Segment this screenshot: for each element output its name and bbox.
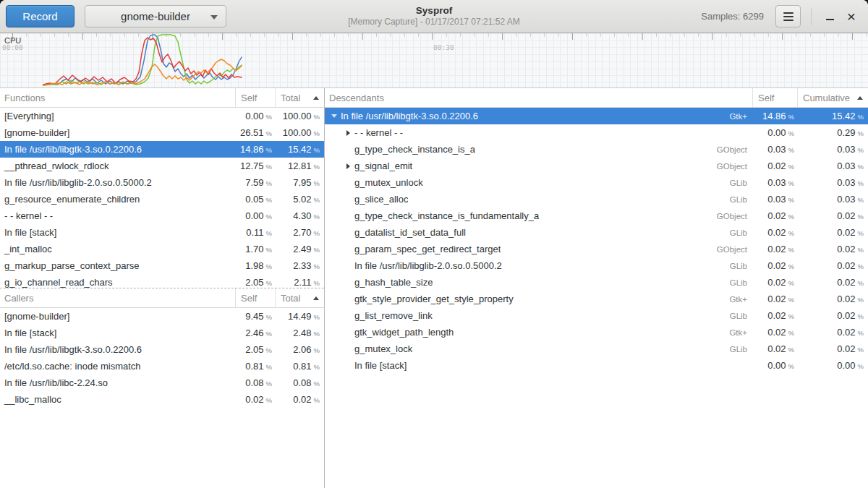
percent-value: 0.03% [752,194,797,205]
percent-value: 0.81% [235,361,275,372]
percent-sign: % [858,146,864,154]
function-name: g_type_check_instance_is_fundamentally_a [354,210,539,221]
percent-sign: % [266,313,272,321]
tree-row[interactable]: g_datalist_id_set_data_fullGLib0.02%0.02… [325,224,868,241]
function-name: g_datalist_id_set_data_full [354,227,466,238]
close-button[interactable]: × [841,6,862,27]
percent-value: 26.51% [235,127,275,138]
tree-row[interactable]: g_list_remove_linkGLib0.02%0.02% [325,307,868,324]
function-name: In file [stack] [354,360,407,371]
tree-row[interactable]: gtk_style_provider_get_style_propertyGtk… [325,291,868,307]
percent-sign: % [266,246,272,254]
function-name: g_type_check_instance_is_a [354,144,475,155]
tree-row[interactable]: g_hash_table_sizeGLib0.02%0.02% [325,274,868,291]
percent-value: 0.29% [797,127,868,138]
library-category: GLib [707,278,752,287]
function-name: In file [stack] [0,227,235,238]
table-row[interactable]: __pthread_rwlock_rdlock12.75%12.81% [0,158,324,174]
table-row[interactable]: g_markup_parse_context_parse1.98%2.33% [0,257,324,274]
percent-sign: % [314,363,320,371]
tree-row[interactable]: g_slice_allocGLib0.03%0.03% [325,191,868,207]
function-name: - - kernel - - [354,127,403,138]
sort-ascending-icon [313,296,319,300]
table-row[interactable]: g_io_channel_read_chars2.05%2.11% [0,274,324,288]
percent-sign: % [858,163,864,171]
self-column-header[interactable]: Self [752,88,797,107]
percent-sign: % [266,330,272,338]
table-row[interactable]: In file /usr/lib/libglib-2.0.so.0.5000.2… [0,174,324,191]
percent-value: 7.95% [275,177,324,188]
tree-row[interactable]: In file /usr/lib/libgtk-3.so.0.2200.6Gtk… [325,108,868,124]
target-process-dropdown[interactable]: gnome-builder [85,5,226,27]
expander-open-icon[interactable] [331,114,338,118]
total-column-header[interactable]: Total [275,288,324,307]
percent-value: 5.02% [275,194,324,205]
percent-value: 15.42% [797,111,868,121]
table-row[interactable]: _int_malloc1.70%2.49% [0,241,324,257]
table-row[interactable]: In file /usr/lib/libgtk-3.so.0.2200.62.0… [0,341,324,358]
table-row[interactable]: In file /usr/lib/libgtk-3.so.0.2200.614.… [0,141,324,158]
percent-value: 14.86% [235,144,275,155]
percent-value: 4.30% [275,210,324,221]
callers-column-header[interactable]: Callers [0,293,235,304]
table-row[interactable]: [Everything]0.00%100.00% [0,108,324,124]
record-button[interactable]: Record [6,5,75,27]
tree-row[interactable]: g_type_check_instance_is_aGObject0.03%0.… [325,141,868,158]
table-row[interactable]: [gnome-builder]26.51%100.00% [0,124,324,141]
table-row[interactable]: In file [stack]0.11%2.70% [0,224,324,241]
percent-sign: % [266,129,272,137]
function-name: __pthread_rwlock_rdlock [0,160,235,171]
function-name: _int_malloc [0,244,235,254]
cumulative-column-header[interactable]: Cumulative [797,88,868,107]
percent-value: 14.86% [752,111,797,121]
descendants-table-header: Descendants Self Cumulative [325,88,868,108]
tree-row[interactable]: In file /usr/lib/libglib-2.0.so.0.5000.2… [325,257,868,274]
table-row[interactable]: - - kernel - -0.00%4.30% [0,207,324,224]
library-category: GObject [707,245,752,254]
tree-row[interactable]: In file [stack]0.00%0.00% [325,357,868,374]
self-column-header[interactable]: Self [235,288,275,307]
tree-row[interactable]: g_type_check_instance_is_fundamentally_a… [325,207,868,224]
function-name: g_slice_alloc [354,194,408,205]
menu-button[interactable] [775,5,801,27]
percent-value: 2.70% [275,227,324,238]
percent-sign: % [788,346,794,354]
minimize-button[interactable] [819,6,841,27]
table-row[interactable]: In file [stack]2.46%2.48% [0,325,324,341]
tree-row[interactable]: g_mutex_unlockGLib0.03%0.03% [325,174,868,191]
table-row[interactable]: [gnome-builder]9.45%14.49% [0,308,324,325]
percent-value: 0.03% [797,177,868,188]
functions-rows: [Everything]0.00%100.00%[gnome-builder]2… [0,108,324,288]
percent-sign: % [314,146,320,154]
percent-sign: % [788,113,794,121]
function-name: gtk_style_provider_get_style_property [354,294,514,304]
table-row[interactable]: g_resource_enumerate_children0.05%5.02% [0,191,324,207]
descendants-column-header[interactable]: Descendants [325,93,752,103]
table-row[interactable]: In file /usr/lib/libc-2.24.so0.08%0.08% [0,374,324,391]
percent-sign: % [314,213,320,221]
functions-column-header[interactable]: Functions [0,93,235,103]
percent-sign: % [314,262,320,270]
percent-sign: % [266,396,272,404]
tree-row[interactable]: g_mutex_lockGLib0.02%0.02% [325,341,868,357]
table-row[interactable]: /etc/ld.so.cache: inode mismatch0.81%0.8… [0,358,324,374]
cpu-timeline-graph[interactable]: CPU 00:0000:30 [0,33,868,87]
percent-sign: % [788,329,794,337]
expander-closed-icon[interactable] [344,130,352,136]
percent-sign: % [858,213,864,221]
total-column-header[interactable]: Total [275,88,324,107]
percent-sign: % [788,362,794,370]
samples-count: Samples: 6299 [701,11,764,22]
percent-sign: % [266,279,272,287]
hamburger-icon [783,12,793,14]
expander-closed-icon[interactable] [344,163,352,169]
percent-value: 0.02% [752,260,797,271]
tree-row[interactable]: g_signal_emitGObject0.02%0.03% [325,158,868,174]
self-column-header[interactable]: Self [235,88,275,107]
function-name: [Everything] [0,111,235,121]
minimize-icon [826,19,834,20]
tree-row[interactable]: - - kernel - -0.00%0.29% [325,124,868,141]
tree-row[interactable]: gtk_widget_path_lengthGtk+0.02%0.02% [325,324,868,341]
table-row[interactable]: __libc_malloc0.02%0.02% [0,391,324,408]
tree-row[interactable]: g_param_spec_get_redirect_targetGObject0… [325,241,868,257]
